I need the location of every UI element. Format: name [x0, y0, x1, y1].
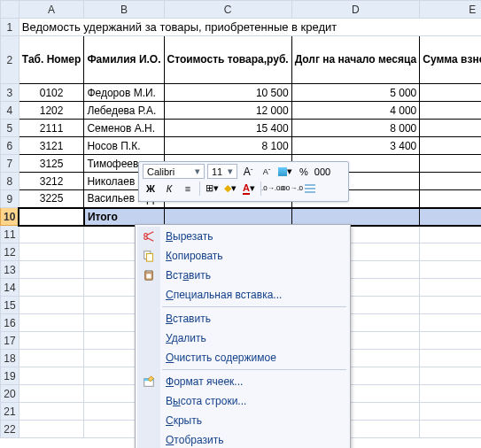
- ctx-label: Вырезать: [166, 230, 213, 243]
- row-header-10[interactable]: 10: [1, 208, 19, 226]
- blank-icon: [142, 433, 156, 447]
- svg-rect-3: [146, 270, 151, 273]
- row-header-21[interactable]: 21: [1, 403, 19, 421]
- align-center-button[interactable]: ≡: [180, 181, 196, 196]
- ctx-item-1[interactable]: Копировать: [137, 246, 348, 266]
- row-header-4[interactable]: 4: [1, 102, 19, 120]
- ctx-label: Специальная вставка...: [166, 289, 282, 301]
- th-name[interactable]: Фамилия И.О.: [84, 36, 164, 84]
- row-header-11[interactable]: 11: [1, 226, 19, 243]
- col-header-A[interactable]: A: [19, 1, 84, 19]
- comma-style-button[interactable]: 000: [314, 164, 330, 179]
- mini-toolbar: Calibri ▾ 11 ▾ Aˆ Aˇ ▾ % 000 Ж К ≡ ⊞▾ ◆▾…: [138, 161, 349, 202]
- percent-button[interactable]: %: [296, 164, 312, 179]
- row-header-2[interactable]: 2: [1, 36, 19, 84]
- ctx-item-0[interactable]: Вырезать: [137, 227, 348, 246]
- th-pay[interactable]: Сумма взноса,руб.: [420, 36, 481, 84]
- ctx-label: Очистить содержимое: [166, 351, 276, 364]
- ctx-item-7[interactable]: Очистить содержимое: [137, 348, 348, 367]
- row-header-19[interactable]: 19: [1, 367, 19, 385]
- borders-button[interactable]: ⊞▾: [204, 181, 220, 196]
- chevron-down-icon[interactable]: ▾: [193, 166, 202, 177]
- row-header-9[interactable]: 9: [1, 190, 19, 208]
- blank-icon: [142, 312, 156, 326]
- row-header-16[interactable]: 16: [1, 314, 19, 332]
- row-header-15[interactable]: 15: [1, 297, 19, 314]
- chevron-down-icon[interactable]: ▾: [226, 166, 235, 177]
- col-header-E[interactable]: E: [420, 1, 481, 19]
- blank-icon: [142, 413, 156, 428]
- row-header-22[interactable]: 22: [1, 421, 19, 438]
- ctx-item-9[interactable]: Формат ячеек...: [137, 372, 348, 391]
- ctx-label: Скрыть: [166, 414, 202, 427]
- row-header-17[interactable]: 17: [1, 332, 19, 350]
- row-header-20[interactable]: 20: [1, 385, 19, 403]
- col-header-C[interactable]: C: [164, 1, 291, 19]
- grow-font-button[interactable]: Aˆ: [240, 164, 256, 179]
- blank-icon: [142, 351, 156, 365]
- shrink-font-button[interactable]: Aˇ: [259, 164, 275, 179]
- fill-color-button[interactable]: ◆▾: [222, 181, 238, 196]
- row-header-7[interactable]: 7: [1, 155, 19, 173]
- font-color-button[interactable]: A▾: [241, 181, 257, 196]
- ctx-label: Высота строки...: [166, 395, 246, 407]
- font-combo[interactable]: Calibri ▾: [143, 164, 205, 179]
- ctx-label: Вставить: [166, 269, 211, 282]
- row-header-8[interactable]: 8: [1, 173, 19, 190]
- font-size: 11: [210, 166, 226, 177]
- blank-icon: [142, 288, 156, 302]
- row-header-12[interactable]: 12: [1, 243, 19, 261]
- row-header-18[interactable]: 18: [1, 350, 19, 367]
- col-header-D[interactable]: D: [291, 1, 420, 19]
- context-menu: ВырезатьКопироватьВставитьСпециальная вс…: [135, 224, 351, 448]
- cut-icon: [142, 229, 156, 243]
- col-header-B[interactable]: B: [84, 1, 164, 19]
- ctx-item-2[interactable]: Вставить: [137, 266, 348, 285]
- ctx-item-10[interactable]: Высота строки...: [137, 391, 348, 411]
- select-all-corner[interactable]: [1, 1, 19, 19]
- ctx-item-12[interactable]: Отобразить: [137, 430, 348, 448]
- th-num[interactable]: Таб. Номер: [19, 36, 84, 84]
- font-size-combo[interactable]: 11 ▾: [207, 164, 237, 179]
- row-header-13[interactable]: 13: [1, 261, 19, 279]
- ctx-item-5[interactable]: Вставить: [137, 309, 348, 328]
- format-icon: [142, 375, 156, 389]
- row-header-1[interactable]: 1: [1, 19, 19, 36]
- decrease-decimal-button[interactable]: .00→.0: [283, 181, 299, 196]
- italic-button[interactable]: К: [161, 181, 177, 196]
- ctx-label: Копировать: [166, 250, 223, 262]
- ctx-item-11[interactable]: Скрыть: [137, 411, 348, 430]
- th-start[interactable]: Долг на начало месяца: [291, 36, 420, 84]
- blank-icon: [142, 331, 156, 345]
- paste-icon: [142, 268, 156, 282]
- copy-icon: [142, 249, 156, 263]
- ctx-label: Вставить: [166, 313, 211, 325]
- format-table-button[interactable]: [302, 181, 318, 196]
- font-name: Calibri: [145, 166, 193, 177]
- bold-button[interactable]: Ж: [143, 181, 159, 196]
- row-header-3[interactable]: 3: [1, 84, 19, 102]
- ctx-item-3[interactable]: Специальная вставка...: [137, 285, 348, 305]
- blank-icon: [142, 394, 156, 408]
- title-cell[interactable]: Ведомость удержаний за товары, приобрете…: [19, 19, 481, 36]
- svg-rect-4: [146, 274, 151, 278]
- row-header-14[interactable]: 14: [1, 279, 19, 297]
- row-header-5[interactable]: 5: [1, 120, 19, 137]
- th-cost[interactable]: Стоимость товара,руб.: [164, 36, 291, 84]
- row-header-6[interactable]: 6: [1, 137, 19, 155]
- svg-rect-1: [146, 253, 152, 261]
- total-label[interactable]: Итого: [84, 208, 164, 226]
- ctx-label: Отобразить: [166, 434, 223, 446]
- ctx-label: Формат ячеек...: [166, 375, 243, 388]
- increase-decimal-button[interactable]: .0→.00: [265, 181, 281, 196]
- cell-styles-button[interactable]: ▾: [277, 164, 293, 179]
- ctx-label: Удалить: [166, 332, 206, 344]
- ctx-item-6[interactable]: Удалить: [137, 328, 348, 348]
